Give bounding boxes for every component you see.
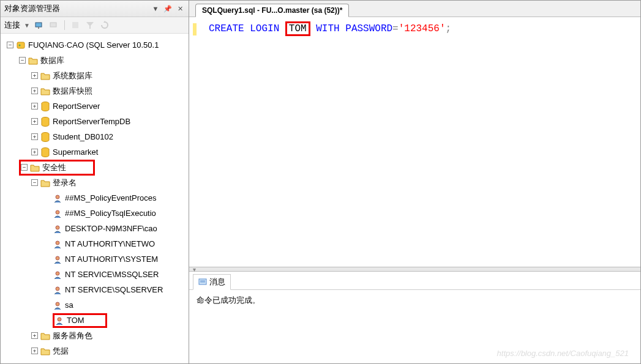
folder-icon: [40, 331, 50, 341]
login-icon: [53, 270, 62, 280]
tree-logins-node[interactable]: − 登录名: [1, 175, 189, 190]
expand-icon[interactable]: +: [31, 149, 38, 155]
collapse-icon[interactable]: −: [19, 57, 26, 64]
tree-db-node[interactable]: + Student_DB0102: [1, 129, 189, 144]
stop-icon[interactable]: [70, 20, 81, 31]
expand-icon[interactable]: +: [31, 87, 38, 94]
login-icon: [53, 209, 62, 218]
tree-login-item[interactable]: NT SERVICE\MSSQLSER: [1, 267, 189, 282]
login-icon: [53, 285, 62, 295]
sql-login-name: TOM: [289, 23, 307, 34]
disconnect-icon[interactable]: [48, 20, 59, 31]
close-icon[interactable]: ✕: [175, 4, 185, 13]
login-icon: [53, 193, 62, 203]
editor-tab-bar: SQLQuery1.sql - FU...O.master (sa (52))*: [189, 1, 640, 17]
tree-login-item[interactable]: ##MS_PolicyTsqlExecutio: [1, 206, 189, 221]
tree-db-node[interactable]: + ReportServerTempDB: [1, 114, 189, 129]
expand-icon[interactable]: +: [31, 347, 38, 354]
tree-db-node[interactable]: + Supermarket: [1, 144, 189, 160]
folder-icon: [28, 56, 38, 65]
tree-login-tom[interactable]: TOM: [1, 313, 189, 328]
expand-icon[interactable]: +: [31, 72, 38, 79]
svg-point-12: [56, 226, 59, 229]
object-explorer-tree[interactable]: − FUQIANG·CAO (SQL Server 10.50.1 − 数据库 …: [1, 34, 189, 363]
tree-login-item[interactable]: NT SERVICE\SQLSERVER: [1, 282, 189, 297]
messages-tab-label: 消息: [209, 277, 225, 288]
database-icon: [40, 132, 50, 142]
database-icon: [40, 147, 50, 157]
messages-panel: 消息 命令已成功完成。: [189, 272, 640, 363]
message-icon: [198, 278, 207, 286]
editor-tab[interactable]: SQLQuery1.sql - FU...O.master (sa (52))*: [195, 4, 349, 17]
folder-icon: [40, 178, 50, 188]
folder-icon: [30, 163, 40, 173]
folder-icon: [40, 346, 50, 356]
svg-rect-2: [50, 23, 56, 27]
tree-credentials-node[interactable]: + 凭据: [1, 343, 189, 358]
svg-point-16: [56, 287, 59, 291]
svg-point-15: [56, 272, 59, 275]
pin-icon[interactable]: 📌: [163, 4, 173, 13]
panel-title: 对象资源管理器: [4, 3, 60, 14]
folder-icon: [40, 71, 50, 81]
dropdown-icon[interactable]: ▼: [151, 4, 160, 13]
expand-icon[interactable]: +: [31, 118, 38, 125]
refresh-icon[interactable]: [99, 20, 110, 31]
svg-point-11: [56, 210, 59, 214]
svg-point-5: [19, 44, 21, 46]
collapse-icon[interactable]: −: [31, 179, 38, 186]
tree-sysdb-node[interactable]: + 系统数据库: [1, 68, 189, 83]
collapse-icon[interactable]: −: [21, 164, 28, 171]
sql-token: CREATE: [209, 23, 244, 34]
sql-line: CREATE LOGIN TOM WITH PASSWORD='123456';: [209, 23, 451, 261]
connect-icon[interactable]: [34, 20, 45, 31]
svg-point-18: [58, 318, 61, 321]
tree-server-roles-node[interactable]: + 服务器角色: [1, 328, 189, 343]
toolbar-separator: [64, 20, 65, 30]
expand-icon[interactable]: +: [31, 133, 38, 140]
tree-server-node[interactable]: − FUQIANG·CAO (SQL Server 10.50.1: [1, 37, 189, 53]
tree-login-item[interactable]: NT AUTHORITY\NETWO: [1, 236, 189, 251]
svg-rect-0: [36, 23, 42, 27]
tab-label: SQLQuery1.sql - FU...O.master (sa (52))*: [202, 6, 342, 15]
sql-token: ;: [446, 23, 452, 34]
database-icon: [40, 117, 50, 127]
sql-password-value: '123456': [399, 23, 446, 34]
expand-icon[interactable]: +: [31, 103, 38, 110]
tree-login-item[interactable]: NT AUTHORITY\SYSTEM: [1, 251, 189, 267]
sql-editor[interactable]: CREATE LOGIN TOM WITH PASSWORD='123456';: [189, 17, 640, 267]
tree-login-item[interactable]: ##MS_PolicyEventProces: [1, 190, 189, 206]
splitter[interactable]: ▾: [189, 267, 640, 272]
login-icon: [53, 224, 62, 234]
sql-token: =: [392, 23, 399, 34]
object-explorer-toolbar: 连接 ▼: [1, 17, 189, 34]
sql-token: PASSWORD: [345, 23, 392, 34]
tree-security-node[interactable]: − 安全性: [1, 160, 189, 175]
svg-point-17: [56, 302, 59, 306]
database-icon: [40, 102, 50, 111]
editor-gutter: [193, 23, 197, 35]
tree-db-node[interactable]: + ReportServer: [1, 98, 189, 114]
collapse-icon[interactable]: −: [7, 42, 13, 48]
messages-tab[interactable]: 消息: [193, 274, 231, 290]
object-explorer-header: 对象资源管理器 ▼ 📌 ✕: [1, 1, 189, 17]
login-icon: [54, 316, 64, 325]
svg-point-14: [56, 256, 59, 260]
messages-body: 命令已成功完成。: [189, 290, 640, 311]
tree-login-item[interactable]: DESKTOP-N9M3NFF\cao: [1, 221, 189, 236]
login-icon: [53, 300, 62, 310]
svg-rect-4: [17, 42, 24, 48]
filter-icon[interactable]: [84, 20, 96, 31]
server-icon: [16, 40, 26, 50]
login-icon: [53, 239, 62, 249]
tree-databases-node[interactable]: − 数据库: [1, 53, 189, 68]
svg-point-13: [56, 241, 59, 245]
sql-token: WITH: [316, 23, 339, 34]
login-icon: [53, 254, 62, 264]
connect-label[interactable]: 连接: [4, 20, 20, 31]
tree-snapshot-node[interactable]: + 数据库快照: [1, 83, 189, 98]
tree-login-item[interactable]: sa: [1, 297, 189, 313]
folder-icon: [40, 86, 50, 96]
svg-rect-1: [38, 27, 39, 29]
expand-icon[interactable]: +: [31, 332, 38, 339]
